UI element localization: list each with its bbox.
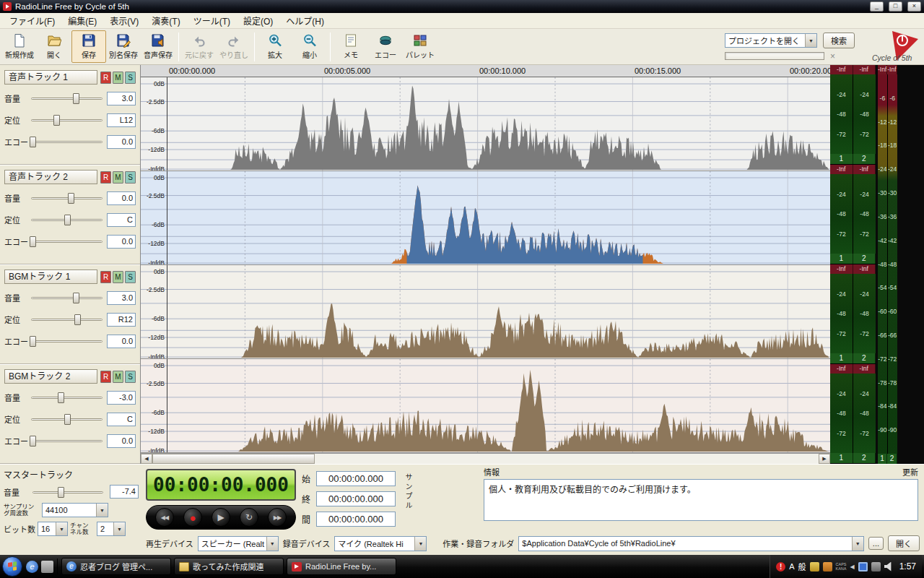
chevron-down-icon[interactable]: ▼	[96, 504, 108, 517]
waveform-lane-track-3[interactable]: 0dB-2.5dB-6dB-12dB-InfdB	[141, 265, 830, 359]
slider-thumb[interactable]	[73, 93, 79, 104]
update-button[interactable]: 更新	[902, 466, 918, 478]
waveform-lane-track-1[interactable]: 0dB-2.5dB-6dB-12dB-InfdB	[141, 77, 830, 171]
loop-button[interactable]: ↻	[240, 508, 258, 527]
master-volume-slider[interactable]	[32, 486, 104, 499]
browse-button[interactable]: ...	[868, 537, 884, 550]
echo-button[interactable]: エコー	[368, 30, 403, 63]
bit-depth-combobox[interactable]: 16 ▼	[38, 522, 68, 536]
pan-slider[interactable]	[30, 313, 103, 326]
volume-icon[interactable]	[884, 562, 894, 571]
chevron-down-icon[interactable]: ▼	[266, 537, 278, 551]
slider-thumb[interactable]	[64, 414, 71, 425]
scroll-right-icon[interactable]: ▶	[819, 454, 830, 464]
pan-slider[interactable]	[30, 413, 103, 426]
minimize-button[interactable]: _	[870, 1, 884, 12]
track-name[interactable]: 音声トラック 2	[4, 170, 97, 184]
alert-icon[interactable]: !	[776, 562, 785, 571]
record-arm-button[interactable]: R	[100, 371, 111, 383]
task-button[interactable]: 歌ってみた作成関連	[174, 558, 284, 575]
slider-thumb[interactable]	[73, 293, 79, 303]
pan-value[interactable]: R12	[107, 313, 136, 327]
waveform-lane-track-4[interactable]: 0dB-2.5dB-6dB-12dB-InfdB	[141, 359, 830, 453]
slider-thumb[interactable]	[30, 137, 36, 147]
slider-thumb[interactable]	[68, 193, 74, 204]
menu-item[interactable]: 編集(E)	[61, 12, 103, 29]
slider-thumb[interactable]	[30, 236, 36, 247]
volume-slider[interactable]	[30, 291, 103, 304]
horizontal-scrollbar[interactable]: ◀ ▶	[141, 453, 830, 464]
package-icon[interactable]	[823, 562, 832, 571]
menu-item[interactable]: 演奏(T)	[145, 12, 186, 29]
track-name[interactable]: 音声トラック 1	[4, 70, 97, 85]
next-button[interactable]: ▶▶	[268, 508, 287, 527]
chevron-down-icon[interactable]: ▼	[113, 522, 125, 535]
clear-icon[interactable]: ×	[830, 53, 835, 60]
save-button[interactable]: 保存	[71, 30, 106, 63]
zoom-out-button[interactable]: 縮小	[292, 30, 327, 63]
prev-button[interactable]: ◀◀	[155, 508, 174, 527]
open-project-combobox[interactable]: プロジェクトを開く ▼	[725, 33, 817, 48]
save-audio-button[interactable]: 音声保存	[141, 30, 175, 63]
slider-thumb[interactable]	[64, 215, 71, 225]
solo-button[interactable]: S	[125, 72, 136, 84]
record-button[interactable]: ●	[183, 508, 202, 527]
open-folder-button[interactable]: 開く	[888, 535, 920, 551]
pan-slider[interactable]	[30, 113, 103, 126]
menu-item[interactable]: 表示(V)	[103, 12, 145, 29]
pan-slider[interactable]	[30, 213, 103, 226]
menu-item[interactable]: ヘルプ(H)	[279, 12, 331, 29]
menu-item[interactable]: ファイル(F)	[3, 12, 61, 29]
echo-slider[interactable]	[30, 235, 103, 248]
scroll-left-icon[interactable]: ◀	[141, 454, 152, 464]
echo-slider[interactable]	[30, 135, 103, 148]
ime-kana-indicator[interactable]: 般	[798, 561, 806, 572]
record-arm-button[interactable]: R	[100, 271, 111, 283]
chevron-down-icon[interactable]: ▼	[852, 537, 863, 551]
scrollbar-thumb[interactable]	[152, 454, 315, 464]
channels-combobox[interactable]: 2 ▼	[97, 522, 126, 536]
mute-button[interactable]: M	[113, 72, 123, 84]
palette-button[interactable]: パレット	[403, 30, 437, 63]
slider-thumb[interactable]	[74, 314, 81, 325]
maximize-button[interactable]: □	[889, 1, 902, 12]
track-name[interactable]: BGMトラック 2	[4, 369, 97, 384]
menu-item[interactable]: 設定(O)	[237, 12, 279, 29]
record-arm-button[interactable]: R	[100, 72, 111, 84]
record-device-combobox[interactable]: マイク (Realtek Hi ▼	[334, 536, 427, 551]
save-as-button[interactable]: 別名保存	[106, 30, 141, 63]
chevron-down-icon[interactable]: ▼	[414, 537, 426, 551]
waveform-lane-track-2[interactable]: 0dB-2.5dB-6dB-12dB-InfdB	[141, 171, 830, 265]
zoom-in-button[interactable]: 拡大	[258, 30, 292, 63]
pan-value[interactable]: C	[107, 413, 136, 426]
pan-value[interactable]: L12	[107, 113, 136, 127]
work-folder-combobox[interactable]: $Application Data¥Cycle of 5th¥RadioLine…	[518, 536, 863, 551]
echo-value[interactable]: 0.0	[107, 335, 136, 348]
timeline-ruler[interactable]: 00:00:00.00000:00:05.00000:00:10.00000:0…	[141, 65, 830, 77]
display-icon[interactable]	[858, 562, 868, 571]
start-button[interactable]	[2, 556, 22, 577]
open-folder-button[interactable]: 開く	[37, 30, 71, 63]
echo-value[interactable]: 0.0	[107, 135, 136, 149]
playback-device-combobox[interactable]: スピーカー (Realt ▼	[198, 536, 279, 551]
sampling-rate-combobox[interactable]: 44100 ▼	[42, 503, 108, 517]
device-icon[interactable]	[871, 562, 881, 571]
task-button[interactable]: e忍者ブログ 管理ペ...	[61, 558, 171, 575]
slider-thumb[interactable]	[58, 487, 64, 498]
track-name[interactable]: BGMトラック 1	[4, 269, 97, 284]
region-start-field[interactable]: 00:00:00.000	[316, 471, 396, 486]
volume-slider[interactable]	[30, 92, 103, 105]
slider-thumb[interactable]	[53, 115, 60, 126]
slider-thumb[interactable]	[30, 436, 36, 447]
pan-value[interactable]: C	[107, 213, 136, 227]
memo-button[interactable]: メモ	[334, 30, 368, 63]
ie-quicklaunch-icon[interactable]: e	[26, 561, 38, 573]
volume-value[interactable]: 3.0	[107, 92, 136, 105]
volume-value[interactable]: 0.0	[107, 191, 136, 205]
pen-icon[interactable]	[810, 562, 819, 571]
mute-button[interactable]: M	[113, 371, 123, 383]
echo-value[interactable]: 0.0	[107, 434, 136, 448]
master-volume-value[interactable]: -7.4	[110, 485, 139, 499]
mute-button[interactable]: M	[113, 271, 123, 283]
scrollbar-track[interactable]	[315, 454, 819, 464]
